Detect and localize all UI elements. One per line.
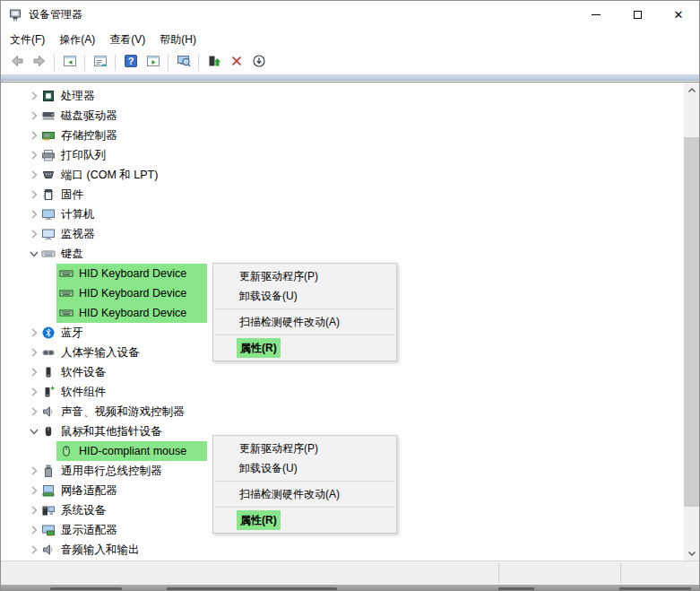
menu-item-properties[interactable]: 属性(R): [213, 338, 396, 358]
minimize-button[interactable]: [575, 1, 617, 29]
printer-icon: [41, 148, 56, 162]
chevron-right-icon[interactable]: [27, 148, 41, 162]
system-icon: [41, 503, 56, 517]
menu-item-update-driver[interactable]: 更新驱动程序(P): [213, 266, 396, 286]
toolbar: ?: [1, 50, 699, 74]
chevron-right-icon[interactable]: [27, 503, 41, 517]
toolbar-help-button[interactable]: ?: [119, 52, 142, 74]
tree-item-label: HID-compliant mouse: [79, 441, 186, 461]
scrollbar-down-icon[interactable]: [684, 545, 699, 561]
bluetooth-icon: [41, 326, 56, 340]
chevron-right-icon[interactable]: [27, 464, 41, 478]
tree-item-software-devices[interactable]: 软件设备: [1, 362, 684, 382]
menu-action[interactable]: 操作(A): [52, 30, 102, 50]
menu-separator: [215, 309, 394, 309]
chevron-right-icon[interactable]: [27, 385, 41, 399]
toolbar-update-driver-button[interactable]: [203, 52, 225, 74]
toolbar-show-action-pane-button[interactable]: [142, 52, 164, 74]
chevron-right-icon[interactable]: [27, 187, 41, 202]
toolbar-scan-hardware-changes-button[interactable]: [172, 52, 194, 74]
menu-separator: [215, 507, 394, 508]
tree-item-keyboards[interactable]: 键盘: [1, 244, 684, 264]
tree-item-label: 存储控制器: [61, 126, 117, 145]
menu-item-scan-hardware-changes[interactable]: 扫描检测硬件改动(A): [213, 484, 396, 504]
tree-item-sound-video-game[interactable]: 声音、视频和游戏控制器: [1, 402, 684, 422]
vertical-scrollbar[interactable]: [684, 83, 699, 561]
chevron-right-icon[interactable]: [27, 128, 41, 143]
chevron-right-icon[interactable]: [27, 404, 41, 419]
tree-item-label: 音频输入和输出: [61, 540, 140, 560]
chevron-right-icon[interactable]: [27, 483, 41, 498]
toolbar-show-console-tree-button[interactable]: [58, 52, 81, 74]
tree-item-processors[interactable]: 处理器: [1, 86, 684, 106]
chevron-right-icon[interactable]: [27, 109, 41, 123]
display-icon: [41, 523, 56, 537]
tree-item-label: 键盘: [61, 244, 83, 264]
back-icon: [10, 54, 24, 72]
chevron-right-icon[interactable]: [27, 227, 41, 241]
taskbar-sliver-mark: [619, 587, 691, 591]
tree-item-audio-inputs-outputs[interactable]: 音频输入和输出: [1, 540, 684, 560]
minimize-icon: [592, 14, 601, 15]
toolbar-disable-device-button[interactable]: [247, 52, 270, 74]
menu-item-uninstall-device[interactable]: 卸载设备(U): [213, 286, 396, 306]
scrollbar-up-icon[interactable]: [684, 83, 699, 98]
toolbar-back-button[interactable]: [5, 52, 28, 74]
menu-item-properties[interactable]: 属性(R): [213, 510, 396, 530]
chevron-right-icon[interactable]: [27, 543, 41, 557]
computer-icon: [41, 207, 56, 222]
menu-help[interactable]: 帮助(H): [152, 30, 203, 50]
cpu-icon: [41, 89, 56, 103]
software-component-icon: [41, 385, 56, 399]
taskbar-sliver-mark: [50, 587, 122, 591]
close-button[interactable]: ✕: [658, 1, 699, 29]
scrollbar-thumb[interactable]: [684, 137, 699, 507]
firmware-icon: [41, 187, 56, 202]
toolbar-separator: [168, 55, 169, 71]
tree-item-label: HID Keyboard Device: [79, 264, 186, 283]
menu-separator: [215, 335, 394, 335]
hid-icon: [41, 345, 56, 360]
toolbar-properties-button[interactable]: [89, 52, 111, 74]
toolbar-forward-button[interactable]: [28, 52, 50, 74]
menu-item-scan-hardware-changes[interactable]: 扫描检测硬件改动(A): [213, 312, 396, 332]
device-manager-window: 设备管理器 ✕ 文件(F) 操作(A) 查看(V) 帮助(H) ? 处理器磁盘驱…: [0, 0, 700, 591]
tree-item-software-components[interactable]: 软件组件: [1, 382, 684, 402]
device-tree-pane: 处理器磁盘驱动器存储控制器打印队列端口 (COM 和 LPT)固件计算机监视器键…: [1, 82, 699, 561]
show-console-tree-icon: [63, 54, 77, 72]
tree-item-label: 人体学输入设备: [61, 343, 140, 362]
forward-icon: [32, 54, 47, 72]
chevron-right-icon[interactable]: [27, 345, 41, 360]
tree-item-disk-drives[interactable]: 磁盘驱动器: [1, 106, 684, 126]
toolbar-uninstall-device-button[interactable]: [225, 52, 247, 74]
tree-item-label: 系统设备: [61, 500, 106, 520]
tree-item-label: 显示适配器: [61, 520, 117, 540]
keyboard-green-icon: [59, 306, 73, 320]
chevron-right-icon[interactable]: [27, 168, 41, 182]
chevron-right-icon[interactable]: [27, 207, 41, 222]
tree-item-label: 声音、视频和游戏控制器: [61, 402, 185, 422]
statusbar-separator: [620, 563, 621, 583]
tree-item-firmware[interactable]: 固件: [1, 185, 684, 204]
monitor-icon: [41, 227, 56, 241]
menu-file[interactable]: 文件(F): [3, 30, 52, 50]
chevron-down-icon[interactable]: [27, 247, 41, 261]
menu-item-uninstall-device[interactable]: 卸载设备(U): [213, 458, 396, 478]
chevron-right-icon[interactable]: [27, 89, 41, 103]
chevron-right-icon[interactable]: [27, 523, 41, 537]
maximize-button[interactable]: [617, 1, 658, 29]
tree-item-computer[interactable]: 计算机: [1, 204, 684, 224]
menu-item-update-driver[interactable]: 更新驱动程序(P): [213, 439, 396, 458]
tree-item-monitors[interactable]: 监视器: [1, 224, 684, 244]
close-icon: ✕: [674, 9, 684, 21]
chevron-right-icon[interactable]: [27, 326, 41, 340]
chevron-down-icon[interactable]: [27, 424, 41, 439]
tree-item-ports-com-lpt[interactable]: 端口 (COM 和 LPT): [1, 165, 684, 185]
menu-view[interactable]: 查看(V): [102, 30, 152, 50]
caption-buttons: ✕: [575, 1, 699, 29]
tree-item-label: 鼠标和其他指针设备: [61, 422, 162, 441]
keyboard-green-icon: [59, 286, 73, 300]
tree-item-storage-controllers[interactable]: 存储控制器: [1, 126, 684, 145]
tree-item-print-queues[interactable]: 打印队列: [1, 145, 684, 165]
chevron-right-icon[interactable]: [27, 365, 41, 379]
